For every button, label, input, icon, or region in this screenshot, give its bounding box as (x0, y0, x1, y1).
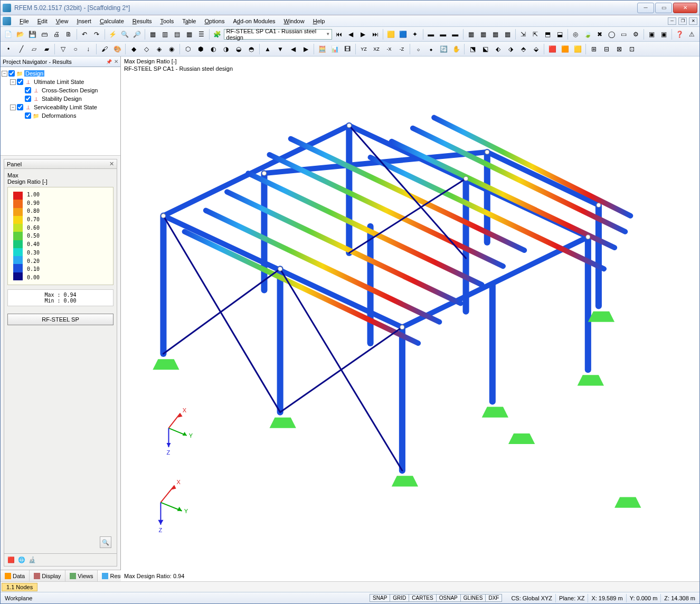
misc2-icon[interactable]: ⬕ (479, 43, 491, 55)
next-icon[interactable]: ▶ (357, 29, 368, 40)
render1-icon[interactable]: 🟥 (546, 43, 558, 55)
globe-icon[interactable]: 🌐 (18, 556, 25, 563)
tool-j-icon[interactable]: ◓ (245, 43, 257, 55)
axes-icon[interactable]: ✦ (410, 29, 421, 40)
lightning-icon[interactable]: ⚡ (107, 29, 118, 40)
tool-m-icon[interactable]: ◀ (287, 43, 299, 55)
xz-icon[interactable]: XZ (371, 43, 382, 55)
navigator-close-icon[interactable]: ✕ (114, 59, 118, 64)
tab-views[interactable]: Views (65, 570, 98, 581)
maximize-button[interactable]: ▭ (655, 3, 672, 13)
grid5-icon[interactable]: ▦ (490, 29, 501, 40)
hinge-icon[interactable]: ○ (70, 43, 81, 55)
view2-icon[interactable]: 🟦 (398, 29, 409, 40)
tool-e-icon[interactable]: ⬡ (182, 43, 194, 55)
yz-icon[interactable]: YZ (358, 43, 370, 55)
share4-icon[interactable]: ⬓ (554, 29, 565, 40)
zoom-icon[interactable]: 🔎 (131, 29, 143, 40)
menu-table[interactable]: Table (178, 17, 200, 25)
tool-h-icon[interactable]: ◑ (220, 43, 232, 55)
snap-cartes[interactable]: CARTES (409, 594, 436, 602)
tree-cb-cross[interactable] (25, 87, 31, 93)
close-button[interactable]: ✕ (673, 3, 697, 13)
tree-cb-stab[interactable] (25, 96, 31, 102)
result-icon[interactable]: 📊 (329, 43, 340, 55)
grid2-icon[interactable]: ▤ (172, 29, 183, 40)
menu-help[interactable]: Help (309, 17, 329, 25)
tool-g-icon[interactable]: ◐ (207, 43, 219, 55)
x-tool-icon[interactable]: ✖ (594, 29, 606, 40)
pan-icon[interactable]: ✋ (450, 43, 462, 55)
menu-edit[interactable]: Edit (33, 17, 52, 25)
tool-i-icon[interactable]: ◒ (233, 43, 244, 55)
snap-osnap[interactable]: OSNAP (436, 594, 461, 602)
tab-data[interactable]: Data (1, 570, 30, 581)
leaf-icon[interactable]: 🍃 (582, 29, 593, 40)
tool-b-icon[interactable]: ◇ (140, 43, 152, 55)
pin-icon[interactable]: 📌 (106, 59, 112, 64)
undo-icon[interactable]: ↶ (79, 29, 90, 40)
bar3-icon[interactable]: ▬ (450, 29, 461, 40)
menu-tools[interactable]: Tools (156, 17, 178, 25)
tree-cb-sls[interactable] (17, 104, 23, 110)
microscope-icon[interactable]: 🔬 (29, 556, 36, 563)
preview-icon[interactable]: 🗎 (63, 29, 74, 40)
tree-toggle-sls[interactable]: − (10, 105, 16, 110)
target-icon[interactable]: ◎ (570, 29, 581, 40)
open-icon[interactable]: 📂 (15, 29, 26, 40)
tree-toggle-root[interactable]: − (2, 71, 7, 77)
rf-steel-button[interactable]: RF-STEEL SP (7, 314, 113, 325)
last-icon[interactable]: ⏭ (370, 29, 381, 40)
extra4-icon[interactable]: ⊡ (626, 43, 638, 55)
render2-icon[interactable]: 🟧 (559, 43, 571, 55)
tree-toggle-uls[interactable]: − (10, 79, 16, 85)
mdi-minimize[interactable]: ─ (668, 17, 676, 25)
tree-label-cross[interactable]: Cross-Section Design (41, 87, 99, 93)
minimize-button[interactable]: ─ (637, 3, 654, 13)
gear-icon[interactable]: ⚙ (630, 29, 641, 40)
tool-f-icon[interactable]: ⬢ (195, 43, 206, 55)
mdi-restore[interactable]: ❐ (678, 17, 687, 25)
render3-icon[interactable]: 🟨 (572, 43, 583, 55)
grid4-icon[interactable]: ▦ (478, 29, 489, 40)
extra1-icon[interactable]: ⊞ (588, 43, 600, 55)
share2-icon[interactable]: ⇱ (530, 29, 541, 40)
save-icon[interactable]: 💾 (27, 29, 38, 40)
surface-icon[interactable]: ▱ (28, 43, 40, 55)
menu-addon[interactable]: Add-on Modules (229, 17, 279, 25)
node-icon[interactable]: • (3, 43, 14, 55)
tool-k-icon[interactable]: ▲ (262, 43, 273, 55)
share3-icon[interactable]: ⬒ (542, 29, 553, 40)
menu-insert[interactable]: Insert (72, 17, 96, 25)
saveall-icon[interactable]: 🗃 (39, 29, 50, 40)
warn-icon[interactable]: ⚠ (686, 29, 697, 40)
grid3-icon[interactable]: ▦ (466, 29, 477, 40)
extra2-icon[interactable]: ⊟ (601, 43, 612, 55)
module-icon[interactable]: 🧩 (212, 29, 223, 40)
grid6-icon[interactable]: ▦ (502, 29, 513, 40)
anim-icon[interactable]: 🎞 (342, 43, 353, 55)
tree-cb-design[interactable] (8, 70, 15, 77)
bar2-icon[interactable]: ▬ (438, 29, 449, 40)
tab-display[interactable]: Display (30, 570, 65, 581)
solid-icon[interactable]: ▰ (41, 43, 52, 55)
snap-dxf[interactable]: DXF (485, 594, 502, 602)
misc1-icon[interactable]: ⬔ (467, 43, 478, 55)
list-icon[interactable]: ☰ (196, 29, 207, 40)
print-icon[interactable]: 🖨 (51, 29, 62, 40)
tree-cb-uls[interactable] (17, 79, 23, 85)
redo-icon[interactable]: ↷ (91, 29, 102, 40)
panel-close-icon[interactable]: ✕ (109, 161, 114, 167)
tool-n-icon[interactable]: ▶ (300, 43, 311, 55)
share1-icon[interactable]: ⇲ (518, 29, 529, 40)
box-tool-icon[interactable]: ▭ (618, 29, 629, 40)
first-icon[interactable]: ⏮ (333, 29, 344, 40)
tree-cb-def[interactable] (25, 112, 31, 119)
tool-d-icon[interactable]: ◉ (166, 43, 177, 55)
iso-icon[interactable]: ⬦ (412, 43, 424, 55)
tree-label-def[interactable]: Deformations (41, 112, 77, 119)
prev-icon[interactable]: ◀ (345, 29, 356, 40)
snap-glines[interactable]: GLINES (460, 594, 486, 602)
misc6-icon[interactable]: ⬙ (530, 43, 542, 55)
tree-label-sls[interactable]: Serviceability Limit State (33, 104, 98, 110)
